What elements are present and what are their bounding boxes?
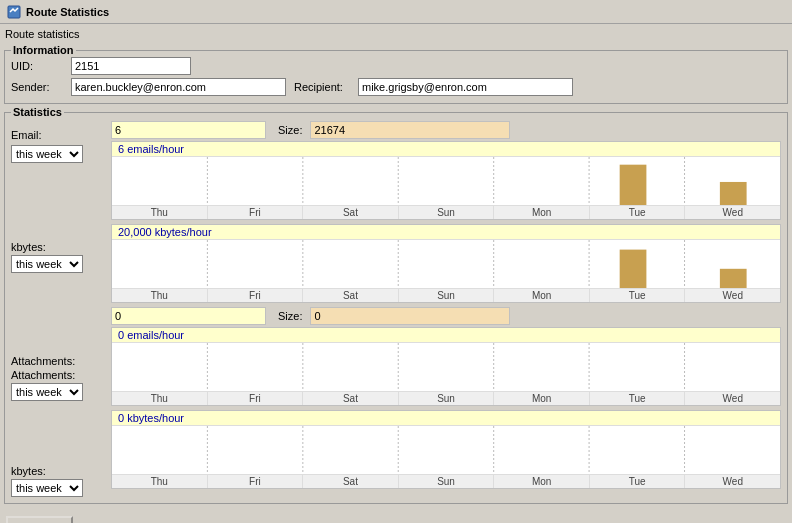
attach-kbytes-chart: 0 kbytes/hour Thu Fri (111, 410, 781, 489)
left-controls: Email: this week last week 2 weeks ago k… (11, 121, 111, 499)
svg-rect-15 (620, 250, 647, 288)
size-label-1: Size: (278, 124, 302, 136)
day-sun-2: Sun (399, 289, 495, 302)
svg-rect-0 (8, 6, 20, 18)
refresh-button[interactable]: Refresh (6, 516, 73, 523)
title-bar-text: Route Statistics (26, 6, 109, 18)
route-stats-label: Route statistics (4, 28, 788, 40)
kbytes-label-1: kbytes: (11, 241, 46, 253)
day-sun-4: Sun (399, 475, 495, 488)
route-statistics-icon (6, 4, 22, 20)
week-selector-1: this week last week 2 weeks ago (11, 145, 107, 163)
day-tue-1: Tue (590, 206, 686, 219)
day-fri-4: Fri (208, 475, 304, 488)
day-wed-3: Wed (685, 392, 780, 405)
attach-chart-area (112, 343, 780, 391)
attach-kbytes-rate-label: 0 kbytes/hour (112, 411, 780, 426)
svg-rect-16 (720, 269, 747, 288)
week-selector-3: this week last week 2 weeks ago (11, 383, 107, 401)
day-thu-1: Thu (112, 206, 208, 219)
email-count-label: Email: (11, 129, 42, 141)
week-select-4[interactable]: this week last week 2 weeks ago (11, 479, 83, 497)
uid-input[interactable] (71, 57, 191, 75)
day-mon-1: Mon (494, 206, 590, 219)
kbytes-chart-area (112, 240, 780, 288)
kbytes-label-2: kbytes: (11, 465, 46, 477)
week-selector-2: this week last week 2 weeks ago (11, 255, 107, 273)
title-bar: Route Statistics (0, 0, 792, 24)
attach-chart-days: Thu Fri Sat Sun Mon Tue Wed (112, 391, 780, 405)
kbytes-rate-label: 20,000 kbytes/hour (112, 225, 780, 240)
day-wed-1: Wed (685, 206, 780, 219)
day-sat-1: Sat (303, 206, 399, 219)
day-tue-4: Tue (590, 475, 686, 488)
attach-kbytes-chart-area (112, 426, 780, 474)
right-charts: 6 Size: 21674 6 emails/hour (111, 121, 781, 499)
week-selector-4: this week last week 2 weeks ago (11, 479, 107, 497)
attach-email-chart: 0 emails/hour Thu Fri (111, 327, 781, 406)
kbytes-chart: 20,000 kbytes/hour (111, 224, 781, 303)
statistics-section: Statistics Email: this week last week 2 … (4, 112, 788, 504)
day-sun-1: Sun (399, 206, 495, 219)
day-thu-2: Thu (112, 289, 208, 302)
week-select-3[interactable]: this week last week 2 weeks ago (11, 383, 83, 401)
attachments2-label: Attachments: (11, 369, 75, 381)
email-rate-label: 6 emails/hour (112, 142, 780, 157)
svg-rect-7 (620, 165, 647, 205)
day-fri-1: Fri (208, 206, 304, 219)
attach-email-rate-label: 0 emails/hour (112, 328, 780, 343)
day-sat-3: Sat (303, 392, 399, 405)
email-chart: 6 emails/hour (111, 141, 781, 220)
recipient-label: Recipient: (294, 81, 354, 93)
uid-label: UID: (11, 60, 71, 72)
attach-size-value: 0 (310, 307, 510, 325)
day-mon-2: Mon (494, 289, 590, 302)
size-label-2: Size: (278, 310, 302, 322)
week-select-2[interactable]: this week last week 2 weeks ago (11, 255, 83, 273)
day-wed-2: Wed (685, 289, 780, 302)
information-title: Information (11, 44, 76, 56)
day-tue-2: Tue (590, 289, 686, 302)
day-tue-3: Tue (590, 392, 686, 405)
day-sat-2: Sat (303, 289, 399, 302)
attach-label: Attachments: (11, 355, 75, 367)
day-fri-2: Fri (208, 289, 304, 302)
day-mon-3: Mon (494, 392, 590, 405)
kbytes-chart-days: Thu Fri Sat Sun Mon Tue Wed (112, 288, 780, 302)
day-thu-4: Thu (112, 475, 208, 488)
day-sat-4: Sat (303, 475, 399, 488)
day-fri-3: Fri (208, 392, 304, 405)
sender-input[interactable] (71, 78, 286, 96)
week-select-1[interactable]: this week last week 2 weeks ago (11, 145, 83, 163)
statistics-title: Statistics (11, 106, 64, 118)
attach-count-value: 0 (111, 307, 266, 325)
email-chart-days: Thu Fri Sat Sun Mon Tue Wed (112, 205, 780, 219)
email-size-value: 21674 (310, 121, 510, 139)
day-sun-3: Sun (399, 392, 495, 405)
recipient-input[interactable] (358, 78, 573, 96)
svg-rect-8 (720, 182, 747, 205)
day-mon-4: Mon (494, 475, 590, 488)
email-count-value: 6 (111, 121, 266, 139)
day-thu-3: Thu (112, 392, 208, 405)
information-section: Information UID: Sender: Recipient: (4, 50, 788, 104)
attach-kbytes-chart-days: Thu Fri Sat Sun Mon Tue Wed (112, 474, 780, 488)
sender-label: Sender: (11, 81, 71, 93)
day-wed-4: Wed (685, 475, 780, 488)
email-chart-area (112, 157, 780, 205)
